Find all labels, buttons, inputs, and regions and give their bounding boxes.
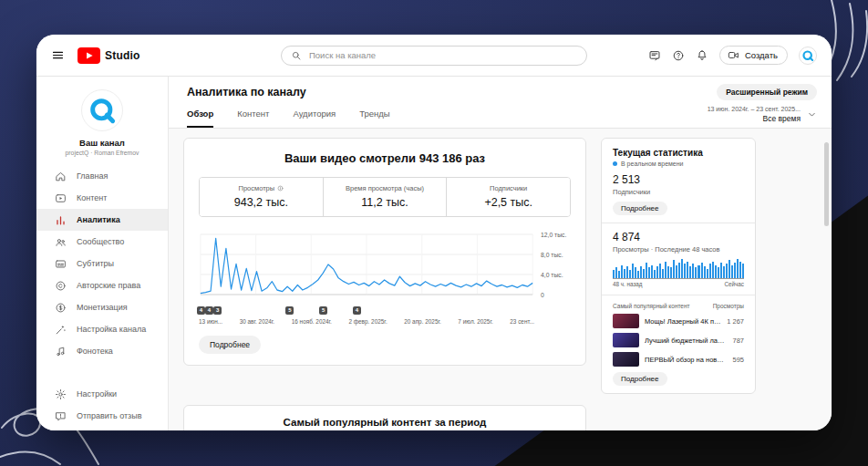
- sidebar-item-customization[interactable]: Настройка канала: [36, 318, 168, 340]
- video-marker[interactable]: 3: [213, 306, 222, 315]
- video-marker[interactable]: 4: [197, 306, 205, 315]
- notifications-icon[interactable]: [696, 49, 708, 62]
- bottom-heading: Самый популярный контент за период: [284, 417, 487, 428]
- youtube-logo-icon: [78, 47, 100, 64]
- video-marker[interactable]: 5: [319, 306, 327, 315]
- menu-icon[interactable]: [51, 48, 65, 62]
- realtime-bar: [670, 267, 672, 278]
- views-headline: Ваши видео смотрели 943 186 раз: [199, 151, 571, 165]
- chart-axis-area: 443554 13 июн...30 авг. 2024г.16 нояб. 2…: [199, 306, 534, 325]
- sidebar-item-label: Субтитры: [77, 259, 114, 268]
- account-avatar[interactable]: [799, 47, 817, 65]
- realtime-subscribers-label: Подписчики: [613, 188, 744, 196]
- y-axis-label: 4,0 тыс.: [541, 272, 563, 278]
- date-preset-text: Все время: [708, 114, 801, 123]
- x-axis-label: 16 нояб. 2024г.: [292, 318, 332, 325]
- metric-value: +2,5 тыс.: [450, 196, 566, 209]
- realtime-bar: [667, 266, 669, 278]
- video-thumbnail: [613, 314, 639, 328]
- sidebar-item-feedback[interactable]: Отправить отзыв: [36, 405, 168, 427]
- metric-card-2[interactable]: Подписчики+2,5 тыс.: [446, 178, 570, 216]
- copyright-icon: [55, 280, 67, 292]
- realtime-views-value: 4 874: [613, 231, 744, 243]
- realtime-bar: [726, 264, 728, 278]
- realtime-bar: [662, 269, 664, 279]
- date-range-selector[interactable]: 13 июн. 2024г. – 23 сент. 2025... Все вр…: [708, 106, 817, 123]
- channel-avatar[interactable]: [81, 89, 123, 131]
- realtime-bar: [712, 262, 714, 278]
- create-video-icon: [728, 49, 739, 61]
- bars-axis-right: Сейчас: [725, 281, 745, 287]
- chart-plot-area: 12,0 тыс.8,0 тыс.4,0 тыс.0: [199, 228, 571, 305]
- search-bar[interactable]: [281, 46, 587, 66]
- youtube-studio-window: Studio Создать: [36, 35, 832, 430]
- realtime-subscribers-details-button[interactable]: Подробнее: [613, 202, 667, 215]
- realtime-bar: [698, 265, 699, 278]
- create-button[interactable]: Создать: [719, 46, 788, 65]
- realtime-views-label: Просмотры · Последние 48 часов: [613, 245, 744, 254]
- live-dot: [613, 161, 617, 166]
- video-marker[interactable]: 4: [353, 306, 361, 315]
- realtime-bar: [737, 259, 739, 278]
- help-icon[interactable]: [672, 49, 685, 62]
- x-axis-labels: 13 июн...30 авг. 2024г.16 нояб. 2024г.2 …: [199, 318, 534, 325]
- divider: [602, 295, 755, 295]
- realtime-bar: [728, 260, 730, 278]
- channel-logo-icon: [88, 96, 117, 125]
- sidebar-item-label: Сообщество: [77, 237, 124, 246]
- sidebar-item-community[interactable]: Сообщество: [36, 231, 168, 253]
- tab-audience[interactable]: Аудитория: [293, 109, 336, 128]
- metric-card-1[interactable]: Время просмотра (часы)11,2 тыс.: [323, 178, 447, 216]
- search-input[interactable]: [309, 50, 577, 60]
- audio-icon: [55, 346, 67, 357]
- x-axis-label: 20 апр. 2025г.: [404, 318, 441, 325]
- channel-logo-icon: [801, 49, 814, 62]
- realtime-title: Текущая статистика: [613, 148, 744, 158]
- realtime-bar: [635, 267, 636, 278]
- youtube-studio-logo[interactable]: Studio: [78, 47, 140, 64]
- video-marker[interactable]: 4: [205, 306, 213, 315]
- advanced-mode-button[interactable]: Расширенный режим: [717, 84, 817, 100]
- realtime-bar: [720, 263, 722, 278]
- top-content-header: Самый популярный контент: [613, 303, 690, 309]
- date-texts: 13 июн. 2024г. – 23 сент. 2025... Все вр…: [708, 106, 801, 123]
- realtime-bar: [624, 269, 625, 279]
- tab-content[interactable]: Контент: [237, 109, 269, 128]
- feedback-panel-icon[interactable]: [648, 49, 661, 62]
- details-button[interactable]: Подробнее: [199, 336, 261, 354]
- realtime-bottom-details-button[interactable]: Подробнее: [613, 372, 667, 386]
- sidebar-item-settings[interactable]: Настройки: [36, 383, 168, 405]
- channel-name: Ваш канал: [36, 138, 168, 148]
- sidebar-item-subtitles[interactable]: Субтитры: [36, 253, 168, 274]
- sidebar-item-copyright[interactable]: Авторские права: [36, 274, 168, 296]
- realtime-bar: [701, 263, 703, 278]
- feedback-icon: [55, 410, 67, 422]
- analytics-icon: [55, 214, 67, 226]
- sidebar-menu: ГлавнаяКонтентАналитикаСообществоСубтитр…: [36, 165, 168, 362]
- sidebar-item-content[interactable]: Контент: [36, 187, 168, 209]
- realtime-bar: [613, 270, 615, 278]
- sidebar-item-home[interactable]: Главная: [36, 165, 168, 187]
- metric-label: Время просмотра (часы): [327, 184, 443, 192]
- sidebar-item-analytics[interactable]: Аналитика: [36, 209, 168, 231]
- realtime-bars-chart[interactable]: [613, 259, 744, 279]
- video-marker[interactable]: 5: [285, 306, 294, 315]
- customization-icon: [55, 324, 67, 336]
- metric-card-0[interactable]: Просмотры943,2 тыс.: [200, 178, 323, 216]
- y-axis-labels: 12,0 тыс.8,0 тыс.4,0 тыс.0: [534, 228, 571, 305]
- sidebar-item-audio-library[interactable]: Фонотека: [36, 340, 168, 362]
- line-chart[interactable]: [199, 228, 534, 305]
- tab-overview[interactable]: Обзор: [187, 109, 213, 128]
- scrollbar[interactable]: [824, 142, 829, 226]
- tab-trends[interactable]: Тренды: [359, 109, 389, 128]
- realtime-bar: [673, 260, 675, 278]
- realtime-bar: [618, 271, 620, 278]
- top-content-row[interactable]: Мощь! Лазерный 4К пр...1 267: [613, 314, 744, 328]
- search-icon: [291, 50, 302, 61]
- views-chart: 12,0 тыс.8,0 тыс.4,0 тыс.0 443554 13 июн…: [199, 228, 571, 325]
- analytics-body: Ваши видео смотрели 943 186 раз Просмотр…: [169, 129, 832, 430]
- top-content-row[interactable]: ПЕРВЫЙ обзор на новый ...595: [613, 352, 744, 367]
- realtime-bar: [704, 266, 706, 278]
- sidebar-item-monetization[interactable]: Монетизация: [36, 296, 168, 318]
- top-content-row[interactable]: Лучший бюджетный лазе...787: [613, 333, 744, 347]
